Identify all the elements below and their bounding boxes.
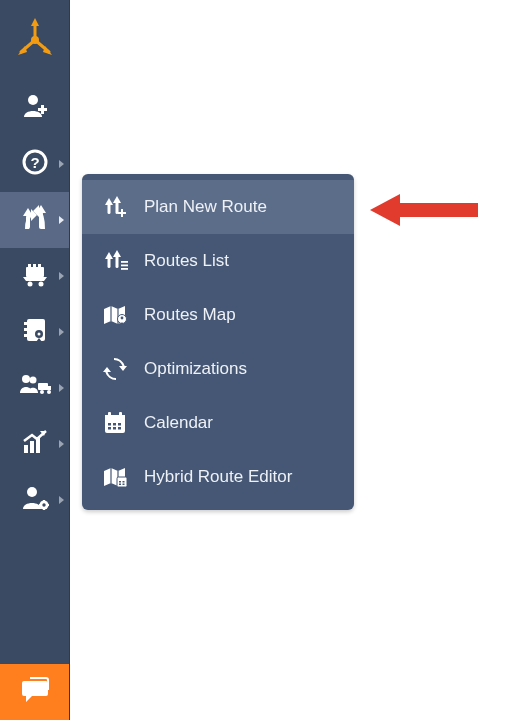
svg-rect-40 [39,504,41,506]
svg-point-25 [22,375,30,383]
chevron-right-icon [59,384,64,392]
sidebar-item-orders[interactable] [0,248,69,304]
sidebar-item-addressbook[interactable] [0,304,69,360]
flyout-item-label: Optimizations [144,359,336,379]
svg-rect-51 [116,256,119,268]
svg-rect-60 [119,412,122,417]
svg-rect-64 [108,427,111,430]
svg-marker-42 [105,198,113,205]
svg-point-26 [29,377,36,384]
svg-rect-53 [121,265,128,267]
svg-rect-59 [108,412,111,417]
svg-rect-28 [46,386,51,390]
sidebar-item-team[interactable] [0,360,69,416]
logo-arrows-icon [13,16,57,64]
sidebar-item-analytics[interactable] [0,416,69,472]
chevron-right-icon [59,216,64,224]
svg-rect-62 [113,423,116,426]
sidebar-logo [0,0,69,80]
svg-rect-43 [108,204,111,214]
help-circle-icon: ? [20,147,50,181]
svg-rect-67 [117,477,127,487]
sidebar-item-help[interactable]: ? [0,136,69,192]
sidebar-item-add-user[interactable] [0,80,69,136]
svg-rect-71 [123,484,125,486]
flyout-item-optimizations[interactable]: Optimizations [82,342,354,396]
calendar-icon [100,411,130,435]
svg-rect-69 [123,481,125,483]
svg-rect-52 [121,261,128,263]
sidebar-item-routes[interactable] [0,192,69,248]
flyout-item-label: Plan New Route [144,197,336,217]
svg-marker-0 [31,18,39,26]
flyout-item-routes-list[interactable]: Routes List [82,234,354,288]
recycle-icon [100,357,130,381]
sidebar-chat-button[interactable] [0,664,69,720]
user-gear-icon [20,483,50,517]
svg-rect-12 [39,212,43,229]
svg-rect-68 [119,481,121,483]
svg-rect-70 [119,484,121,486]
flyout-item-label: Calendar [144,413,336,433]
route-arrows-icon [19,203,51,237]
svg-rect-11 [26,215,30,229]
flyout-item-hybrid-route-editor[interactable]: Hybrid Route Editor [82,450,354,504]
sidebar-top: ? [0,0,69,528]
svg-rect-21 [24,328,28,331]
svg-point-3 [31,36,39,44]
sidebar-spacer [0,528,69,664]
sidebar-item-admin[interactable] [0,472,69,528]
flyout-item-routes-map[interactable]: Routes Map [82,288,354,342]
svg-rect-61 [108,423,111,426]
app-root: ? [0,0,528,720]
flyout-item-plan-new-route[interactable]: Plan New Route [82,180,354,234]
routes-flyout: Plan New Route Routes List [82,174,354,510]
svg-rect-14 [28,264,31,268]
flyout-item-label: Routes Map [144,305,336,325]
map-fold-icon [100,303,130,327]
sidebar: ? [0,0,70,720]
user-plus-icon [20,91,50,125]
svg-rect-31 [24,445,28,453]
chart-up-icon [20,427,50,461]
users-truck-icon [18,371,52,405]
svg-rect-22 [24,334,28,337]
flyout-item-label: Hybrid Route Editor [144,467,336,487]
svg-rect-65 [113,427,116,430]
svg-rect-39 [43,508,45,510]
map-clock-icon [100,465,130,489]
svg-point-18 [38,282,43,287]
svg-rect-19 [27,319,45,341]
svg-marker-72 [370,194,478,226]
svg-rect-20 [24,322,28,325]
cart-icon [20,259,50,293]
svg-point-35 [27,487,37,497]
svg-rect-13 [26,267,44,277]
svg-rect-32 [30,441,34,453]
chevron-right-icon [59,160,64,168]
svg-marker-44 [113,196,121,203]
chevron-right-icon [59,440,64,448]
svg-rect-15 [33,264,36,268]
svg-point-30 [47,390,51,394]
svg-point-37 [42,503,45,506]
svg-rect-16 [38,264,41,268]
flyout-item-calendar[interactable]: Calendar [82,396,354,450]
route-list-icon [100,249,130,273]
chevron-right-icon [59,496,64,504]
svg-point-4 [28,95,38,105]
svg-text:?: ? [30,154,39,171]
svg-point-29 [40,390,44,394]
svg-point-24 [37,333,40,336]
svg-rect-63 [118,423,121,426]
chat-bubble-icon [20,675,50,709]
svg-rect-66 [118,427,121,430]
svg-point-56 [121,317,124,320]
flyout-item-label: Routes List [144,251,336,271]
svg-point-17 [27,282,32,287]
book-pin-icon [20,315,50,349]
svg-rect-54 [121,268,128,270]
chevron-right-icon [59,272,64,280]
svg-marker-48 [105,252,113,259]
route-plus-icon [100,195,130,219]
